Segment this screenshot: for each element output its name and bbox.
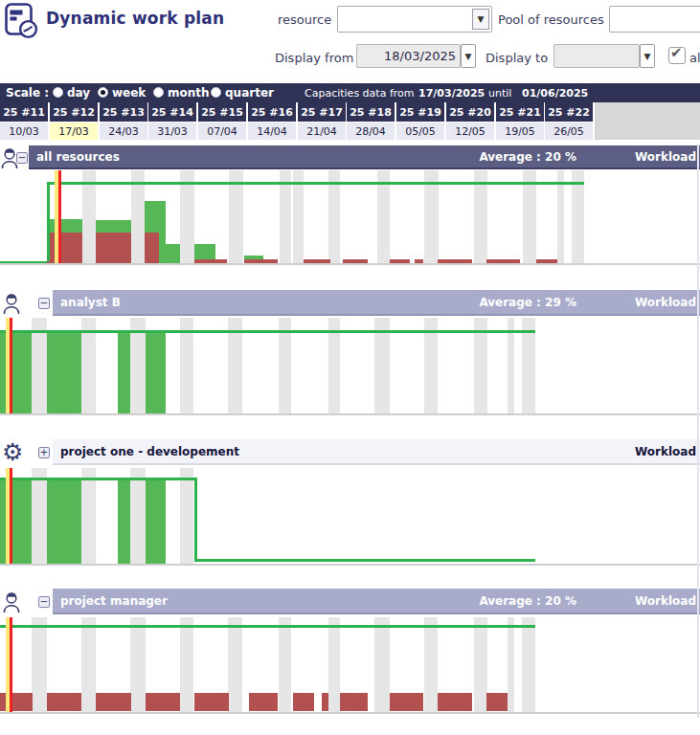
scale-radio-quarter[interactable]: [211, 87, 221, 98]
workload-value: Workload : 1: [635, 439, 700, 463]
date-cell: 19/05: [496, 122, 544, 140]
week-number-cell: 25 #17: [298, 102, 346, 122]
actual-workload-bar: [146, 693, 180, 711]
actual-workload-bar: [304, 259, 330, 263]
resource-select[interactable]: ▼: [337, 6, 492, 33]
scale-radio-week[interactable]: [98, 87, 108, 98]
planned-workload-bar: [47, 219, 82, 233]
capacities-label: Capacities data from: [305, 87, 415, 100]
date-cell: 21/04: [298, 122, 346, 140]
display-to-dropdown-button[interactable]: ▼: [640, 44, 655, 68]
week-number-cell: 25 #20: [446, 102, 494, 122]
capacity-line: [47, 182, 584, 185]
timeline-filler: [595, 102, 700, 140]
resource-row-header-project-one: project one - developementWorkload : 1: [53, 439, 700, 465]
resource-row-header-project-manager: project managerAverage : 20 %Workload : …: [53, 589, 700, 614]
actual-workload-bar: [244, 259, 278, 263]
date-cell: 10/03: [0, 122, 48, 140]
capacity-line: [0, 625, 535, 628]
resource-title: all resources: [36, 145, 120, 167]
resource-row-header-analyst-b: analyst BAverage : 29 %Workload : 1: [53, 290, 700, 316]
resource-label: resource: [278, 12, 331, 27]
weekend-stripe: [81, 468, 96, 564]
capacity-line: [194, 478, 197, 559]
weekend-stripe: [374, 617, 390, 712]
resource-title: project one - developement: [60, 439, 239, 463]
planned-workload-bar: [0, 478, 32, 564]
average-value: Average : 29 %: [479, 290, 576, 314]
weekend-stripe: [328, 617, 340, 712]
actual-workload-bar: [438, 259, 472, 263]
expand-button[interactable]: +: [38, 447, 50, 458]
pool-of-resources-input[interactable]: [609, 6, 700, 33]
collapse-button[interactable]: −: [16, 152, 28, 164]
display-from-value: 18/03/2025: [384, 49, 456, 63]
actual-workload-bar: [415, 259, 423, 263]
actual-workload-bar: [486, 693, 508, 711]
actual-workload-bar: [322, 693, 328, 711]
actual-workload-bar: [293, 693, 314, 711]
week-number-cell: 25 #22: [545, 102, 593, 122]
worker-icon: [3, 291, 28, 315]
planned-workload-bar: [146, 478, 166, 564]
display-from-input[interactable]: 18/03/2025: [356, 44, 461, 68]
weekend-stripe: [180, 468, 193, 564]
weekend-stripe: [522, 617, 535, 712]
actual-workload-bar: [390, 693, 423, 711]
scale-option-label-month: month: [168, 86, 210, 100]
date-cell: 24/03: [100, 122, 147, 140]
weekend-stripe: [424, 617, 438, 712]
display-to-input[interactable]: [553, 44, 640, 68]
weekend-stripe: [508, 617, 514, 712]
weekend-stripe: [180, 617, 193, 712]
week-number-cell: 25 #12: [50, 102, 98, 122]
week-number-cell: 25 #18: [347, 102, 395, 122]
app-logo-icon: [4, 2, 40, 42]
capacity-line: [0, 261, 47, 264]
week-number-cell: 25 #14: [148, 102, 196, 122]
scale-radio-day[interactable]: [53, 87, 63, 98]
planned-workload-bar: [118, 478, 130, 564]
actual-workload-bar: [486, 259, 520, 263]
weekend-stripe: [130, 468, 146, 564]
planned-workload-bar: [194, 244, 215, 259]
capacity-line: [47, 182, 50, 261]
workload-chart-all-resources: [0, 170, 700, 265]
workload-chart-analyst-b: [0, 318, 700, 415]
weekend-stripe: [474, 617, 487, 712]
planned-workload-bar: [0, 330, 32, 413]
checkmark-icon: ✔: [670, 44, 683, 61]
actual-workload-bar: [249, 693, 278, 711]
display-from-dropdown-button[interactable]: ▼: [461, 44, 476, 68]
actual-workload-bar: [194, 259, 227, 263]
scale-option-label-day: day: [67, 86, 90, 100]
capacities-from-date: 17/03/2025: [418, 87, 485, 100]
week-number-cell: 25 #15: [198, 102, 246, 122]
collapse-button[interactable]: −: [38, 596, 50, 608]
today-marker-line: [10, 318, 12, 413]
actual-workload-bar: [194, 693, 229, 711]
all-checkbox[interactable]: ✔: [668, 47, 686, 64]
workload-value: Workload : 1: [635, 589, 700, 612]
actual-workload-bar: [47, 693, 81, 711]
date-cell: 05/05: [396, 122, 444, 140]
date-cell: 14/04: [248, 122, 296, 140]
planned-workload-bar: [166, 244, 180, 263]
date-cell: 28/04: [347, 122, 395, 140]
weekend-stripe: [32, 617, 47, 712]
scale-radio-month[interactable]: [153, 87, 164, 98]
chevron-down-icon[interactable]: ▼: [472, 9, 489, 30]
date-cell: 26/05: [545, 122, 593, 140]
capacity-line: [0, 478, 194, 480]
right-edge-line: [697, 144, 699, 718]
actual-workload-bar: [343, 259, 368, 263]
week-number-cell: 25 #13: [100, 102, 147, 122]
collapse-button[interactable]: −: [38, 298, 50, 309]
actual-workload-bar: [145, 233, 159, 263]
capacities-until-date: 01/06/2025: [522, 87, 588, 100]
display-from-label: Display from: [275, 51, 353, 65]
weekend-stripe: [228, 617, 242, 712]
weekend-stripe: [279, 617, 291, 712]
planned-workload-bar: [96, 220, 131, 233]
average-value: Average : 20 %: [479, 145, 576, 167]
